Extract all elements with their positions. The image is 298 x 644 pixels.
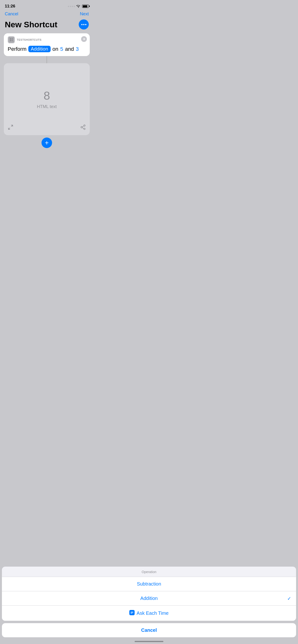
shortcut-action: Perform Addition on 5 and 3	[8, 46, 86, 52]
add-circle-wrap: +	[0, 138, 94, 148]
preview-card: 8 HTML text	[4, 63, 90, 135]
battery-icon	[82, 4, 89, 8]
and-label: and	[65, 46, 74, 52]
preview-label: HTML text	[37, 104, 57, 109]
number2-badge[interactable]: 3	[76, 46, 79, 52]
number1-badge[interactable]: 5	[60, 46, 63, 52]
more-button[interactable]	[79, 20, 89, 30]
nav-bar: Cancel Next	[0, 10, 94, 18]
preview-result: 8	[44, 89, 50, 102]
perform-label: Perform	[8, 46, 26, 52]
shortcut-app-name: TESTSHORTCUTS	[17, 38, 42, 41]
close-button[interactable]: ✕	[81, 36, 87, 42]
shortcut-card: TESTSHORTCUTS ✕ Perform Addition on 5 an…	[4, 33, 90, 56]
status-time: 11:26	[5, 4, 15, 8]
status-bar: 11:26	[0, 0, 94, 10]
cancel-button[interactable]: Cancel	[5, 12, 18, 16]
shortcut-app-icon	[8, 36, 15, 43]
page-title: New Shortcut	[5, 20, 57, 29]
expand-icon[interactable]	[8, 124, 14, 131]
title-row: New Shortcut	[0, 18, 94, 33]
more-dots-icon	[81, 24, 86, 25]
operation-badge[interactable]: Addition	[28, 46, 50, 52]
next-button[interactable]: Next	[80, 12, 89, 16]
wifi-icon	[76, 4, 81, 8]
status-icons	[68, 4, 89, 8]
share-icon[interactable]	[80, 124, 86, 131]
signal-icon	[68, 6, 75, 7]
add-button[interactable]: +	[42, 138, 52, 148]
shortcut-header: TESTSHORTCUTS	[8, 36, 86, 43]
connector-line	[47, 56, 47, 63]
on-label: on	[53, 46, 58, 52]
